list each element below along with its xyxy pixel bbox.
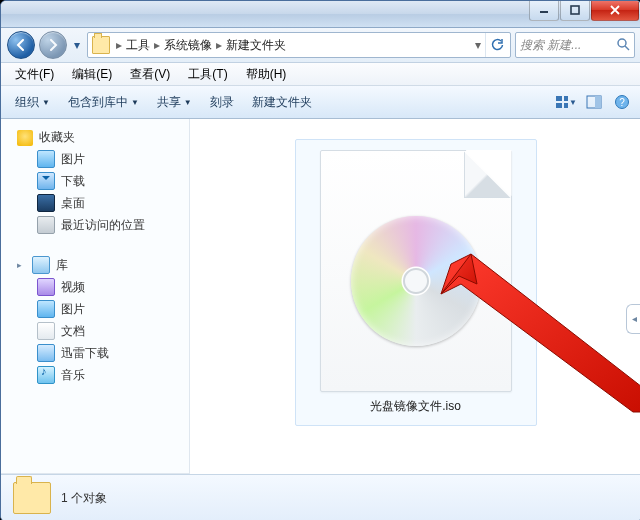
- svg-rect-5: [564, 96, 568, 101]
- svg-rect-0: [540, 11, 548, 13]
- libraries-header[interactable]: ▸ 库: [5, 254, 185, 276]
- chevron-right-icon: ▸: [154, 38, 160, 52]
- sidebar-item-label: 图片: [61, 151, 85, 168]
- documents-icon: [37, 322, 55, 340]
- include-in-library-button[interactable]: 包含到库中▼: [62, 92, 145, 113]
- svg-rect-1: [571, 6, 579, 14]
- folder-icon: [92, 36, 110, 54]
- sidebar-item-videos[interactable]: 视频: [5, 276, 185, 298]
- desktop-icon: [37, 194, 55, 212]
- status-text: 1 个对象: [61, 490, 107, 507]
- chevron-right-icon: ▸: [216, 38, 222, 52]
- sidebar-item-label: 最近访问的位置: [61, 217, 145, 234]
- music-icon: [37, 366, 55, 384]
- status-bar: 1 个对象: [1, 474, 640, 520]
- crumb-segment[interactable]: 系统镜像: [164, 37, 212, 54]
- svg-text:?: ?: [619, 97, 625, 108]
- menu-bar: 文件(F) 编辑(E) 查看(V) 工具(T) 帮助(H): [1, 63, 640, 86]
- navigation-bar: ▾ ▸ 工具 ▸ 系统镜像 ▸ 新建文件夹 ▾ 搜索 新建...: [1, 28, 640, 63]
- thunder-icon: [37, 344, 55, 362]
- crumb-segment[interactable]: 工具: [126, 37, 150, 54]
- svg-rect-7: [564, 103, 568, 108]
- view-mode-button[interactable]: ▼: [555, 91, 577, 113]
- file-item[interactable]: 光盘镜像文件.iso: [295, 139, 537, 426]
- newfolder-label: 新建文件夹: [252, 94, 312, 111]
- menu-tools[interactable]: 工具(T): [180, 64, 235, 85]
- share-label: 共享: [157, 94, 181, 111]
- share-button[interactable]: 共享▼: [151, 92, 198, 113]
- pictures-icon: [37, 300, 55, 318]
- help-button[interactable]: ?: [611, 91, 633, 113]
- back-button[interactable]: [7, 31, 35, 59]
- minimize-button[interactable]: [529, 0, 559, 21]
- chevron-right-icon: ▸: [116, 38, 122, 52]
- crumb-segment[interactable]: 新建文件夹: [226, 37, 286, 54]
- favorites-label: 收藏夹: [39, 129, 75, 146]
- new-folder-button[interactable]: 新建文件夹: [246, 92, 318, 113]
- preview-pane-toggle[interactable]: ◂: [626, 304, 640, 334]
- chevron-down-icon[interactable]: ▾: [475, 38, 481, 52]
- refresh-button[interactable]: [485, 33, 508, 57]
- svg-line-3: [625, 46, 629, 50]
- explorer-body: 收藏夹 图片 下载 桌面 最近访问的位置: [1, 119, 640, 474]
- sidebar-item-documents[interactable]: 文档: [5, 320, 185, 342]
- command-bar: 组织▼ 包含到库中▼ 共享▼ 刻录 新建文件夹 ▼ ?: [1, 86, 640, 119]
- star-icon: [17, 130, 33, 146]
- sidebar-item-pictures[interactable]: 图片: [5, 148, 185, 170]
- explorer-window: ▾ ▸ 工具 ▸ 系统镜像 ▸ 新建文件夹 ▾ 搜索 新建... 文件(F) 编…: [0, 0, 640, 520]
- menu-help[interactable]: 帮助(H): [238, 64, 295, 85]
- sidebar-item-label: 桌面: [61, 195, 85, 212]
- maximize-button[interactable]: [560, 0, 590, 21]
- videos-icon: [37, 278, 55, 296]
- sidebar-item-label: 视频: [61, 279, 85, 296]
- sidebar-item-desktop[interactable]: 桌面: [5, 192, 185, 214]
- sidebar-item-thunder[interactable]: 迅雷下载: [5, 342, 185, 364]
- favorites-header[interactable]: 收藏夹: [5, 127, 185, 148]
- sidebar-item-recent[interactable]: 最近访问的位置: [5, 214, 185, 236]
- svg-point-2: [618, 39, 626, 47]
- pictures-icon: [37, 150, 55, 168]
- menu-view[interactable]: 查看(V): [122, 64, 178, 85]
- svg-rect-9: [595, 96, 601, 108]
- libraries-group: ▸ 库 视频 图片 文档 迅雷下载: [5, 254, 185, 386]
- organize-button[interactable]: 组织▼: [9, 92, 56, 113]
- svg-rect-6: [556, 103, 562, 108]
- sidebar-item-pictures-lib[interactable]: 图片: [5, 298, 185, 320]
- address-bar[interactable]: ▸ 工具 ▸ 系统镜像 ▸ 新建文件夹 ▾: [87, 32, 511, 58]
- library-icon: [32, 256, 50, 274]
- menu-file[interactable]: 文件(F): [7, 64, 62, 85]
- close-button[interactable]: [591, 0, 639, 21]
- burn-button[interactable]: 刻录: [204, 92, 240, 113]
- sidebar-item-downloads[interactable]: 下载: [5, 170, 185, 192]
- search-placeholder: 搜索 新建...: [520, 37, 581, 54]
- disc-icon: [351, 216, 481, 346]
- downloads-icon: [37, 172, 55, 190]
- page-fold-icon: [464, 151, 511, 198]
- forward-button[interactable]: [39, 31, 67, 59]
- navigation-pane[interactable]: 收藏夹 图片 下载 桌面 最近访问的位置: [1, 119, 190, 474]
- file-name-label: 光盘镜像文件.iso: [370, 398, 461, 415]
- sidebar-item-label: 音乐: [61, 367, 85, 384]
- organize-label: 组织: [15, 94, 39, 111]
- search-input[interactable]: 搜索 新建...: [515, 32, 635, 58]
- preview-pane-button[interactable]: [583, 91, 605, 113]
- recent-icon: [37, 216, 55, 234]
- burn-label: 刻录: [210, 94, 234, 111]
- titlebar: [1, 1, 640, 28]
- iso-file-icon: [320, 150, 512, 392]
- include-label: 包含到库中: [68, 94, 128, 111]
- sidebar-item-label: 文档: [61, 323, 85, 340]
- sidebar-item-music[interactable]: 音乐: [5, 364, 185, 386]
- folder-icon: [13, 482, 51, 514]
- expand-icon[interactable]: ▸: [17, 260, 26, 270]
- libraries-label: 库: [56, 257, 68, 274]
- file-list-pane[interactable]: 光盘镜像文件.iso ◂: [190, 119, 640, 474]
- history-dropdown[interactable]: ▾: [71, 38, 83, 52]
- favorites-group: 收藏夹 图片 下载 桌面 最近访问的位置: [5, 127, 185, 236]
- sidebar-item-label: 图片: [61, 301, 85, 318]
- svg-rect-4: [556, 96, 562, 101]
- sidebar-item-label: 迅雷下载: [61, 345, 109, 362]
- sidebar-item-label: 下载: [61, 173, 85, 190]
- search-icon: [616, 37, 630, 54]
- menu-edit[interactable]: 编辑(E): [64, 64, 120, 85]
